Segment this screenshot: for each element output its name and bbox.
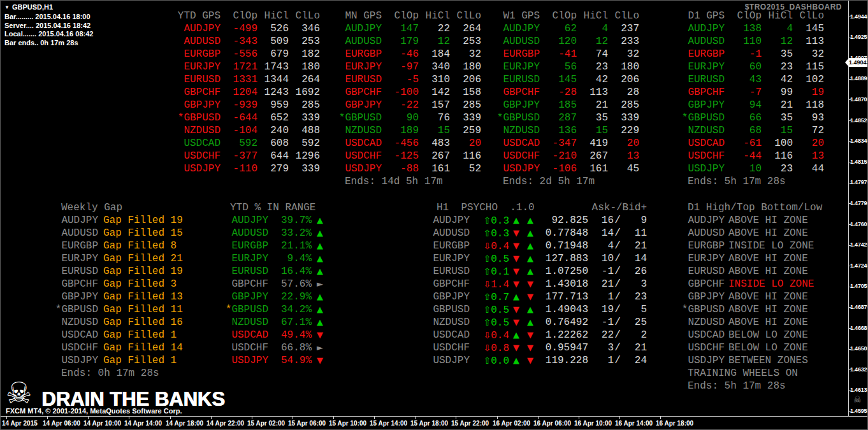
down-chevron-icon: ▼ bbox=[523, 290, 537, 303]
time-tick-label: 14 Apr 2015 bbox=[2, 420, 38, 427]
cllo-cell: 13 bbox=[608, 150, 639, 162]
time-axis-separator bbox=[1, 416, 868, 417]
clop-cell: -210 bbox=[540, 150, 577, 162]
up-chevron-icon: ▲ bbox=[523, 214, 537, 227]
pair-label: GBPUSD bbox=[503, 112, 540, 124]
slash-separator: / bbox=[614, 240, 621, 252]
price-cell: 1.07250 bbox=[537, 265, 588, 278]
clop-cell: -347 bbox=[540, 137, 577, 150]
range-percent-cell: 34.2% bbox=[268, 303, 312, 316]
price-tick-label: 1.46135 bbox=[850, 387, 868, 393]
price-tick-label: 1.46505 bbox=[850, 345, 868, 352]
cllo-cell: 45 bbox=[608, 162, 639, 175]
clop-cell: -7 bbox=[725, 86, 762, 99]
pair-cell: *GBPUSD bbox=[338, 111, 382, 124]
clop-cell: 120 bbox=[540, 35, 577, 48]
clop-cell: -499 bbox=[221, 22, 257, 35]
price-cell: 0.71948 bbox=[537, 240, 588, 252]
pair-cell: GBPJPY bbox=[496, 99, 540, 111]
pair-label: USDJPY bbox=[503, 163, 540, 175]
psycho-value: 0.3 bbox=[491, 215, 509, 227]
cllo-cell: 233 bbox=[608, 35, 639, 48]
range-percent-cell: 33.2% bbox=[268, 227, 312, 240]
pair-label: EURJPY bbox=[688, 253, 725, 264]
hicl-cell: 644 bbox=[257, 150, 289, 162]
pair-cell: EURUSD bbox=[55, 265, 98, 278]
table-title: D1 GPS bbox=[681, 10, 725, 22]
pair-cell: USDCAD bbox=[225, 329, 268, 341]
up-chevron-icon: ▲ bbox=[509, 329, 523, 341]
hicl-cell: 157 bbox=[419, 99, 450, 111]
pair-cell: GBPJPY bbox=[681, 290, 725, 303]
cllo-cell: 32 bbox=[793, 48, 824, 61]
hicl-cell: 483 bbox=[419, 137, 450, 150]
cllo-cell: 339 bbox=[450, 111, 481, 124]
pair-cell: EURGBP bbox=[681, 240, 725, 252]
clop-cell: 1721 bbox=[221, 61, 257, 73]
server-time-line: Server.... 2015.04.16 18:42 bbox=[4, 22, 93, 31]
pair-label: EURUSD bbox=[688, 74, 725, 85]
clop-cell: -556 bbox=[221, 48, 257, 61]
small-skull-icon: ☠ bbox=[853, 394, 862, 405]
cllo-cell: 180 bbox=[450, 61, 481, 73]
time-tick-label: 14 Apr 22:00 bbox=[206, 420, 244, 427]
psycho-value: 0.3 bbox=[491, 228, 509, 240]
hicl-cell: 310 bbox=[419, 73, 450, 86]
pair-label: EURJPY bbox=[184, 61, 221, 73]
chart-symbol-period: GBPUSD,H1 bbox=[12, 3, 53, 11]
bar-ends-line: Bar ends.. 0h 17m 28s bbox=[4, 39, 93, 48]
cllo-cell: 488 bbox=[289, 124, 320, 137]
time-tick-label: 16 Apr 18:00 bbox=[656, 420, 693, 427]
pair-label: USDCHF bbox=[231, 342, 268, 354]
pair-cell: EURGBP bbox=[55, 240, 98, 252]
pair-cell: EURGBP bbox=[338, 48, 382, 61]
up-chevron-icon: ▲ bbox=[523, 252, 537, 265]
pair-label: AUDUSD bbox=[61, 227, 98, 239]
pair-label: NZDUSD bbox=[688, 317, 725, 328]
up-chevron-icon: ▲ bbox=[509, 354, 523, 367]
table-title: Weekly Gap bbox=[55, 201, 251, 214]
price-cell: 92.825 bbox=[537, 214, 588, 227]
ask-count-cell: 1 bbox=[588, 354, 614, 367]
up-trend-arrow-icon: ▲ bbox=[312, 316, 328, 329]
pair-cell: EURUSD bbox=[681, 73, 725, 86]
pair-cell: NZDUSD bbox=[681, 124, 725, 137]
up-trend-arrow-icon: ▲ bbox=[312, 265, 328, 278]
pair-label: USDCAD bbox=[503, 138, 540, 149]
price-tick-label: 1.48155 bbox=[850, 159, 868, 165]
pair-cell: EURJPY bbox=[431, 252, 470, 265]
hicl-cell: 42 bbox=[577, 73, 608, 86]
clop-cell: -644 bbox=[221, 111, 257, 124]
hicl-cell: 100 bbox=[762, 137, 793, 150]
time-tick-label: 15 Apr 10:00 bbox=[329, 420, 366, 427]
pair-label: AUDUSD bbox=[345, 36, 382, 47]
pair-label: USDCAD bbox=[61, 329, 98, 341]
pair-label: EURGBP bbox=[503, 48, 540, 60]
hicl-cell: 42 bbox=[762, 73, 793, 86]
pair-label: GBPCHF bbox=[231, 278, 268, 290]
hicl-cell: 15 bbox=[419, 124, 450, 137]
pair-label: USDCHF bbox=[688, 342, 725, 354]
collapse-triangle-icon[interactable]: ▼ bbox=[4, 4, 10, 10]
pair-label: EURUSD bbox=[345, 74, 382, 85]
cllo-cell: 180 bbox=[289, 61, 320, 73]
clop-cell: -41 bbox=[540, 48, 577, 61]
slash-separator: / bbox=[614, 290, 621, 303]
table-footer: Ends: 5h 17m 28s bbox=[681, 380, 852, 392]
hicl-cell: 35 bbox=[762, 48, 793, 61]
clop-cell: 138 bbox=[725, 22, 762, 35]
time-tick-mark bbox=[211, 417, 212, 419]
ask-count-cell: 10 bbox=[588, 252, 614, 265]
clop-cell: -1 bbox=[725, 48, 762, 61]
pair-label: GBPUSD bbox=[231, 304, 268, 315]
bar-time-line: Bar......... 2015.04.16 18:00 bbox=[4, 13, 93, 22]
time-tick-mark bbox=[497, 417, 498, 419]
training-wheels-line: TRAINING WHEELS ON bbox=[681, 367, 852, 380]
pair-cell: USDCAD bbox=[496, 137, 540, 150]
psycho-value: 0.1 bbox=[491, 266, 509, 278]
psycho-value: 0.5 bbox=[491, 305, 509, 316]
psycho-value-cell: ⇧0.5 bbox=[470, 252, 509, 265]
pair-label: EURUSD bbox=[231, 266, 268, 277]
star-marker: * bbox=[497, 112, 503, 124]
pair-label: AUDUSD bbox=[184, 36, 221, 47]
